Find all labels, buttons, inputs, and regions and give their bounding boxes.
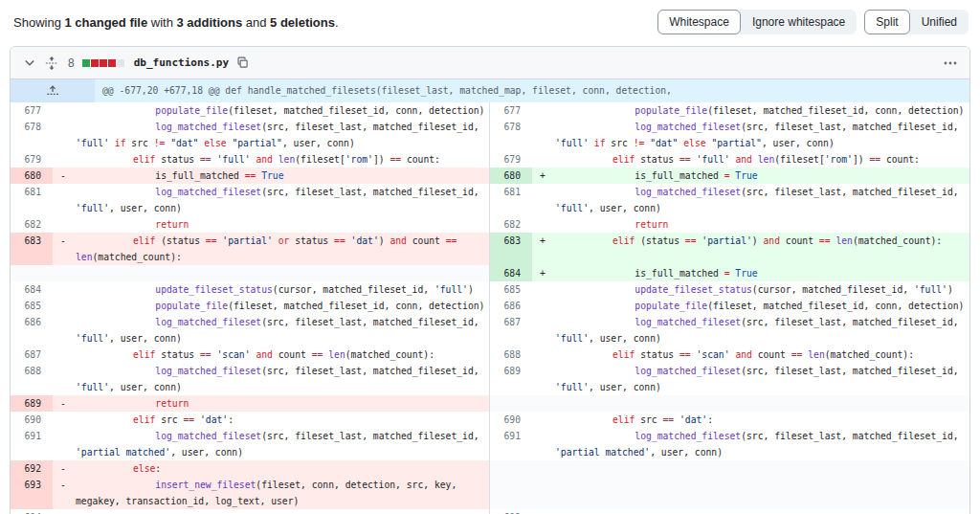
- code-line: [532, 460, 969, 477]
- line-number[interactable]: 691: [490, 428, 532, 460]
- diff-cell-ctx: 692: [490, 509, 969, 514]
- line-number[interactable]: 691: [11, 428, 53, 460]
- split-view-button[interactable]: Split: [864, 10, 909, 34]
- code-cell: elif src == 'dat':: [53, 412, 489, 428]
- line-number[interactable]: 682: [490, 216, 532, 233]
- unified-view-button[interactable]: Unified: [910, 10, 969, 34]
- diff-page: Showing 1 changed file with 3 additions …: [0, 0, 980, 514]
- line-number[interactable]: 677: [490, 102, 532, 119]
- line-number[interactable]: 679: [490, 151, 532, 168]
- code-cell: log_matched_fileset(src, fileset_last, m…: [53, 184, 489, 216]
- code-line: + is_full_matched = True: [532, 265, 969, 281]
- diff-summary: Showing 1 changed file with 3 additions …: [13, 15, 339, 30]
- code-line: log_matched_fileset(src, fileset_last, m…: [532, 363, 969, 379]
- diff-cell-add: 683+ elif (status == 'partial') and coun…: [490, 233, 969, 265]
- unfold-all-icon[interactable]: [45, 56, 58, 70]
- diff-cell-ctx: 678 log_matched_fileset(src, fileset_las…: [490, 119, 969, 151]
- diff-cell-ctx: 690 elif src == 'dat':: [11, 412, 490, 428]
- line-number[interactable]: 683: [490, 233, 532, 265]
- code-line: elif status == 'scan' and count == len(m…: [53, 346, 489, 363]
- line-number[interactable]: 686: [11, 314, 53, 346]
- code-cell: log_matched_fileset(src, fileset_last, m…: [53, 314, 489, 346]
- line-number[interactable]: 678: [11, 119, 53, 151]
- line-number[interactable]: 680: [11, 168, 53, 184]
- line-number[interactable]: 685: [11, 298, 53, 314]
- code-line: log_matched_fileset(src, fileset_last, m…: [53, 363, 489, 379]
- code-line: log_matched_fileset(src, fileset_last, m…: [53, 119, 489, 135]
- line-number[interactable]: 689: [11, 395, 53, 412]
- file-diff-card: 8 db_functions.py @@ -677,20 +677,18 @@ …: [10, 46, 970, 514]
- summary-text: .: [335, 15, 339, 30]
- line-number[interactable]: 679: [11, 151, 53, 168]
- code-line: log_matched_fileset(src, fileset_last, m…: [532, 184, 969, 200]
- code-cell: return: [53, 216, 489, 233]
- copy-path-icon[interactable]: [236, 56, 250, 70]
- code-cell: + is_full_matched = True: [532, 168, 969, 184]
- line-number[interactable]: 689: [490, 363, 532, 395]
- summary-additions: 3 additions: [177, 15, 243, 30]
- code-line: 'partial matched', user, conn): [532, 444, 969, 460]
- expand-up-icon[interactable]: [11, 79, 95, 102]
- code-cell: update_fileset_status(cursor, matched_fi…: [53, 281, 489, 298]
- line-number[interactable]: 686: [490, 298, 532, 314]
- code-line: len(matched_count):: [53, 249, 489, 265]
- line-number[interactable]: 681: [490, 184, 532, 216]
- diff-cell-ctx: 690 elif src == 'dat':: [490, 412, 969, 428]
- whitespace-toggle-group: Whitespace Ignore whitespace: [657, 10, 857, 34]
- code-cell: log_matched_fileset(src, fileset_last, m…: [532, 314, 969, 346]
- code-cell: populate_file(fileset, matched_fileset_i…: [53, 298, 489, 314]
- code-line: - else:: [53, 460, 489, 477]
- line-number[interactable]: 690: [490, 412, 532, 428]
- line-number[interactable]: 681: [11, 184, 53, 216]
- diff-marker: [532, 363, 546, 379]
- line-number[interactable]: 678: [490, 119, 532, 151]
- code-cell: [532, 509, 969, 514]
- diff-marker: [532, 298, 546, 314]
- code-cell: - elif (status == 'partial' or status ==…: [53, 233, 489, 265]
- line-number[interactable]: 690: [11, 412, 53, 428]
- code-cell: update_fileset_status(cursor, matched_fi…: [532, 281, 969, 298]
- line-number[interactable]: 687: [11, 346, 53, 363]
- code-line: log_matched_fileset(src, fileset_last, m…: [53, 184, 489, 200]
- line-number[interactable]: 694: [11, 509, 53, 514]
- diff-cell-ctx: 687 elif status == 'scan' and count == l…: [11, 346, 490, 363]
- diff-marker: [53, 428, 66, 444]
- ignore-whitespace-button[interactable]: Ignore whitespace: [741, 10, 857, 34]
- diff-marker: [53, 281, 66, 298]
- diff-cell-ctx: 677 populate_file(fileset, matched_files…: [11, 102, 490, 119]
- hunk-header-text: @@ -677,20 +677,18 @@ def handle_matched…: [95, 79, 679, 102]
- line-number[interactable]: 688: [11, 363, 53, 395]
- code-cell: elif status == 'scan' and count == len(m…: [532, 346, 969, 363]
- line-number[interactable]: 683: [11, 233, 53, 265]
- code-line: [532, 509, 969, 514]
- file-name-link[interactable]: db_functions.py: [134, 56, 229, 69]
- code-line: 'full', user, conn): [53, 200, 489, 216]
- line-number[interactable]: 684: [11, 281, 53, 298]
- diff-row: 693- insert_new_fileset(fileset, conn, d…: [11, 477, 969, 509]
- chevron-down-icon[interactable]: [22, 56, 37, 71]
- diffstat-squares: [82, 59, 124, 67]
- line-number[interactable]: 682: [11, 216, 53, 233]
- code-cell: [532, 395, 969, 412]
- line-number[interactable]: 677: [11, 102, 53, 119]
- diff-view-controls: Whitespace Ignore whitespace Split Unifi…: [657, 10, 969, 34]
- kebab-menu-icon[interactable]: [943, 56, 958, 71]
- line-number[interactable]: 685: [490, 281, 532, 298]
- diff-cell-ctx: 678 log_matched_fileset(src, fileset_las…: [11, 119, 490, 151]
- line-number[interactable]: 693: [11, 477, 53, 509]
- diffstat-square-del: [108, 59, 116, 67]
- code-cell: [53, 265, 489, 281]
- line-number[interactable]: 684: [490, 265, 532, 281]
- line-number: [11, 265, 53, 281]
- code-line: update_fileset_status(cursor, matched_fi…: [53, 281, 489, 298]
- code-line: megakey, transaction_id, log_text, user): [53, 493, 489, 509]
- line-number[interactable]: 692: [490, 509, 532, 514]
- line-number[interactable]: 692: [11, 460, 53, 477]
- line-number[interactable]: 680: [490, 168, 532, 184]
- line-number[interactable]: 687: [490, 314, 532, 346]
- code-cell: - is_full_matched == True: [53, 168, 489, 184]
- code-cell: populate_file(fileset, matched_fileset_i…: [532, 102, 969, 119]
- line-number[interactable]: 688: [490, 346, 532, 363]
- whitespace-button[interactable]: Whitespace: [657, 10, 741, 34]
- diff-cell-add: 680+ is_full_matched = True: [490, 168, 969, 184]
